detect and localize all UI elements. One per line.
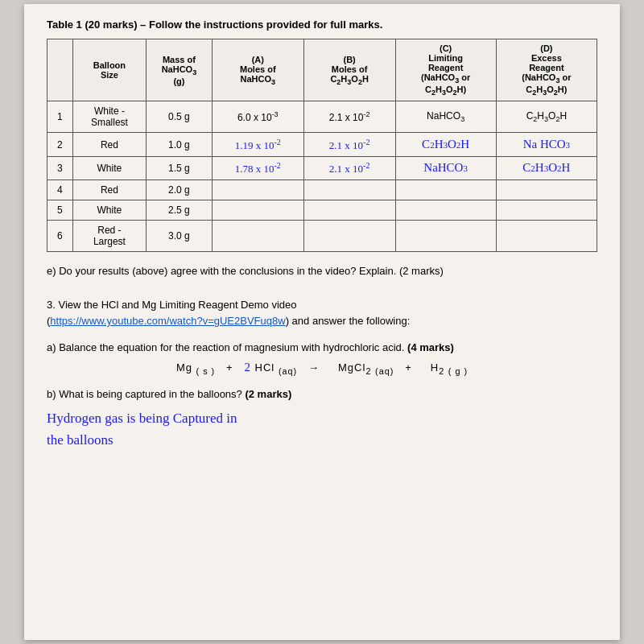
- header-num: [47, 39, 73, 101]
- row-col-c: [395, 221, 496, 252]
- data-table: BalloonSize Mass ofNaHCO3(g) (A)Moles of…: [47, 39, 597, 252]
- header-col-c: (C)LimitingReagent(NaHCO3 orC2H3O2H): [395, 39, 496, 101]
- row-col-c: C2H3O2H: [395, 133, 496, 156]
- question-3: 3. View the HCl and Mg Limiting Reagent …: [47, 297, 597, 331]
- answer-b-line1: Hydrogen gas is being Captured in: [47, 407, 597, 429]
- equation: Mg ( s ) + 2 HCl (aq) → MgCl2 (aq) + H2 …: [47, 361, 597, 376]
- row-num: 4: [47, 180, 73, 200]
- table-row: 3 White 1.5 g 1.78 x 10-2 2.1 x 10-2 NaH…: [47, 156, 597, 180]
- row-col-b: [303, 200, 395, 221]
- row-balloon: Red: [72, 133, 146, 156]
- table-row: 1 White -Smallest 0.5 g 6.0 x 10-3 2.1 x…: [47, 101, 597, 133]
- header-mass: Mass ofNaHCO3(g): [146, 39, 212, 101]
- row-col-c: [395, 200, 496, 221]
- question-3-suffix: and answer the following:: [289, 315, 410, 327]
- row-num: 6: [47, 221, 73, 252]
- row-col-d: [496, 221, 597, 252]
- question-e: e) Do your results (above) agree with th…: [47, 263, 597, 279]
- row-col-b: 2.1 x 10-2: [303, 133, 395, 156]
- row-col-a: [212, 221, 303, 252]
- row-col-a: 6.0 x 10-3: [212, 101, 303, 133]
- table-title: Table 1 (20 marks) – Follow the instruct…: [47, 19, 597, 31]
- question-b-marks: (2 marks): [245, 388, 291, 400]
- header-col-b: (B)Moles ofC2H3O2H: [303, 39, 395, 101]
- table-row: 4 Red 2.0 g: [47, 180, 597, 200]
- row-col-c: [395, 180, 496, 200]
- table-row: 5 White 2.5 g: [47, 200, 597, 221]
- table-row: 6 Red -Largest 3.0 g: [47, 221, 597, 252]
- answer-b: Hydrogen gas is being Captured in the ba…: [47, 407, 597, 451]
- row-mass: 3.0 g: [146, 221, 212, 252]
- row-mass: 2.0 g: [146, 180, 212, 200]
- row-balloon: Red -Largest: [72, 221, 146, 252]
- question-a-marks: (4 marks): [407, 341, 454, 353]
- question-a: a) Balance the equation for the reaction…: [47, 340, 597, 356]
- row-mass: 1.0 g: [146, 133, 212, 156]
- row-col-c: NaHCO3: [395, 156, 496, 180]
- row-col-d: [496, 180, 597, 200]
- row-col-b: [303, 180, 395, 200]
- header-col-d: (D)ExcessReagent(NaHCO3 orC2H3O2H): [496, 39, 597, 101]
- row-mass: 1.5 g: [146, 156, 212, 180]
- row-num: 5: [47, 200, 73, 221]
- row-col-b: 2.1 x 10-2: [303, 101, 395, 133]
- row-num: 3: [47, 156, 73, 180]
- row-col-a: [212, 200, 303, 221]
- row-mass: 0.5 g: [146, 101, 212, 133]
- row-col-a: 1.19 x 10-2: [212, 133, 303, 156]
- row-col-b: [303, 221, 395, 252]
- row-col-a: 1.78 x 10-2: [212, 156, 303, 180]
- answer-b-line2: the balloons: [47, 429, 597, 451]
- row-col-d: C2H3O2H: [496, 156, 597, 180]
- question-b-label: b) What is being captured in the balloon…: [47, 388, 242, 400]
- row-col-c: NaHCO3: [395, 101, 496, 133]
- row-mass: 2.5 g: [146, 200, 212, 221]
- row-col-d: Na HCO3: [496, 133, 597, 156]
- row-num: 2: [47, 133, 73, 156]
- row-balloon: White -Smallest: [72, 101, 146, 133]
- question-a-label: a) Balance the equation for the reaction…: [47, 341, 404, 353]
- row-col-a: [212, 180, 303, 200]
- row-col-b: 2.1 x 10-2: [303, 156, 395, 180]
- row-col-d: [496, 200, 597, 221]
- row-col-d: C2H3O2H: [496, 101, 597, 133]
- header-col-a: (A)Moles ofNaHCO3: [212, 39, 303, 101]
- row-balloon: White: [72, 200, 146, 221]
- row-num: 1: [47, 101, 73, 133]
- question-b: b) What is being captured in the balloon…: [47, 386, 597, 402]
- table-row: 2 Red 1.0 g 1.19 x 10-2 2.1 x 10-2 C2H3O…: [47, 133, 597, 156]
- question-3-link[interactable]: https://www.youtube.com/watch?v=gUE2BVFu…: [50, 315, 285, 327]
- header-balloon: BalloonSize: [72, 39, 146, 101]
- row-balloon: White: [72, 156, 146, 180]
- question-3-text: 3. View the HCl and Mg Limiting Reagent …: [47, 299, 296, 311]
- row-balloon: Red: [72, 180, 146, 200]
- page: Table 1 (20 marks) – Follow the instruct…: [24, 4, 620, 640]
